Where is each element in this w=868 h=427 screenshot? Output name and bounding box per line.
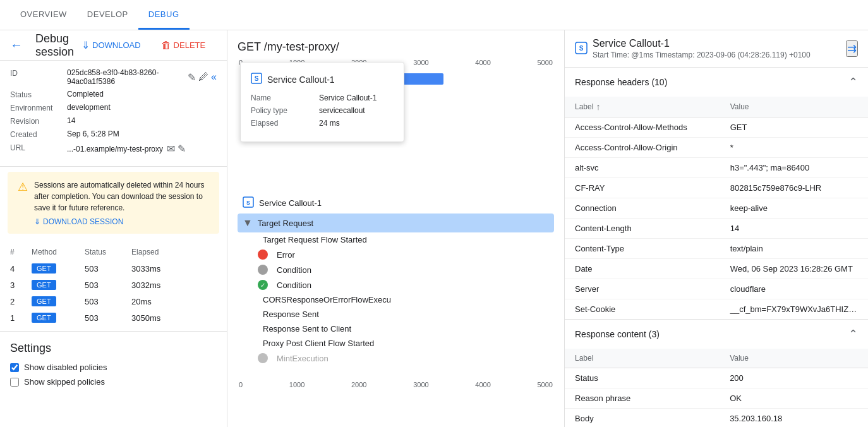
row-elapsed: 3050ms: [131, 313, 182, 323]
content-value: OK: [720, 388, 868, 409]
response-content-col-label: Label: [565, 349, 720, 368]
collapse-icon[interactable]: «: [211, 71, 217, 83]
url-value: ...-01.example/my-test-proxy: [67, 145, 163, 153]
revision-row: Revision 14: [10, 116, 217, 126]
download-button[interactable]: ⇓ DOWNLOAD: [74, 35, 148, 55]
tooltip-title-text: Service Callout-1: [267, 75, 335, 85]
sub-label-error: Error: [277, 250, 295, 260]
header-value: Wed, 06 Sep 2023 16:28:26 GMT: [720, 259, 868, 279]
header-value: __cf_bm=FX79xT9WXvJa6THIZlek5...: [720, 299, 868, 320]
response-content-title: Response content (3): [575, 329, 660, 339]
table-row[interactable]: 3 GET 503 3032ms: [10, 277, 217, 293]
back-button[interactable]: ←: [10, 38, 23, 52]
sub-flow-response-sent: Response Sent: [238, 307, 554, 322]
sub-label-proxy: Proxy Post Client Flow Started: [263, 339, 374, 348]
flow-section: S Service Callout-1 ▼ Target Request Tar…: [227, 188, 564, 371]
flow-item-callout[interactable]: S Service Callout-1: [238, 193, 554, 213]
response-content-row: Reason phrase OK: [565, 388, 868, 409]
tooltip-elapsed-value: 24 ms: [319, 119, 394, 128]
download-session-label: DOWNLOAD SESSION: [43, 217, 123, 226]
warning-content: Sessions are automatically deleted withi…: [34, 179, 209, 226]
delete-label: DELETE: [174, 40, 206, 50]
svg-text:S: S: [246, 200, 250, 206]
response-content-body: Status 200 Reason phrase OK Body 35.203.…: [565, 368, 868, 428]
col-status: Status: [85, 248, 129, 256]
url-edit-icon[interactable]: ✎: [178, 143, 186, 155]
response-header-row: Server cloudflare: [565, 279, 868, 299]
header-label: Connection: [565, 198, 720, 219]
response-content-header[interactable]: Response content (3) ⌃: [565, 320, 868, 349]
callout-flow-label: Service Callout-1: [259, 198, 322, 208]
bar-selected: [399, 73, 443, 85]
error-dot-icon: [258, 250, 268, 260]
condition1-dot-icon: [258, 265, 268, 275]
tab-debug[interactable]: DEBUG: [138, 1, 190, 30]
table-rows: 4 GET 503 3033ms 3 GET 503 3032ms 2 GET …: [10, 260, 217, 326]
table-row[interactable]: 4 GET 503 3033ms: [10, 260, 217, 277]
sub-label-started: Target Request Flow Started: [263, 235, 367, 244]
trash-icon: 🗑: [161, 40, 171, 51]
warning-box: ⚠ Sessions are automatically deleted wit…: [8, 172, 219, 234]
disabled-policies-checkbox[interactable]: [10, 363, 19, 372]
download-icon: ⇓: [81, 39, 90, 51]
status-value: Completed: [67, 90, 217, 99]
main-layout: ← Debug session ⇓ DOWNLOAD 🗑 DELETE ID 0…: [0, 30, 868, 427]
delete-button[interactable]: 🗑 DELETE: [154, 36, 214, 55]
url-value-container: ...-01.example/my-test-proxy ✉ ✎: [67, 143, 186, 155]
environment-value: development: [67, 103, 217, 112]
row-method: GET: [32, 296, 82, 306]
col-num: #: [10, 248, 29, 256]
row-status: 503: [85, 280, 129, 290]
right-title-text: Service Callout-1: [593, 38, 811, 49]
table-row[interactable]: 1 GET 503 3050ms: [10, 310, 217, 326]
tooltip-title: S Service Callout-1: [251, 73, 394, 86]
row-method: GET: [32, 263, 82, 274]
id-value: 025dc858-e3f0-4b83-8260-94ac0a1f5386: [67, 68, 184, 86]
response-content-col-row: Label Value: [565, 349, 868, 368]
id-row: ID 025dc858-e3f0-4b83-8260-94ac0a1f5386 …: [10, 68, 217, 86]
row-num: 3: [10, 280, 29, 290]
sub-label-response: Response Sent: [263, 310, 319, 319]
header-label: Content-Length: [565, 219, 720, 239]
response-headers-col-row: Label ↑ Value: [565, 97, 868, 117]
created-value: Sep 6, 5:28 PM: [67, 129, 217, 138]
tab-overview[interactable]: OVERVIEW: [10, 1, 77, 30]
left-panel: ← Debug session ⇓ DOWNLOAD 🗑 DELETE ID 0…: [0, 30, 227, 427]
header-value: GET: [720, 117, 868, 138]
sub-label-condition2: Condition: [277, 280, 311, 290]
tooltip-callout-icon: S: [251, 73, 262, 86]
checkbox-skipped-policies: Show skipped policies: [10, 377, 217, 387]
url-icons: ✉ ✎: [167, 143, 186, 155]
row-elapsed: 3033ms: [131, 264, 182, 274]
row-num: 4: [10, 264, 29, 274]
svg-text:S: S: [255, 75, 259, 82]
flow-item-target[interactable]: ▼ Target Request: [238, 213, 554, 232]
response-headers-title: Response headers (10): [575, 77, 667, 87]
row-num: 2: [10, 297, 29, 306]
condition2-dot-icon: ✓: [258, 280, 268, 290]
response-content-section: Response content (3) ⌃ Label Value Statu…: [565, 320, 868, 427]
row-method: GET: [32, 313, 82, 323]
id-icons: ✎ 🖉 «: [188, 71, 217, 83]
settings-section: Settings Show disabled policies Show ski…: [0, 331, 227, 402]
sub-label-cors: CORSResponseOrErrorFlowExecu: [263, 295, 391, 304]
content-label: Status: [565, 368, 720, 388]
edit-icon[interactable]: 🖉: [198, 71, 208, 83]
right-subtitle: Start Time: @1ms Timestamp: 2023-09-06 (…: [593, 51, 811, 59]
right-title-text-container: Service Callout-1 Start Time: @1ms Times…: [593, 38, 811, 59]
table-row[interactable]: 2 GET 503 20ms: [10, 293, 217, 310]
copy-icon[interactable]: ✎: [188, 71, 196, 83]
download-session-link[interactable]: ⇓ DOWNLOAD SESSION: [34, 217, 209, 226]
tooltip-name-label: Name: [251, 93, 314, 102]
response-headers-header[interactable]: Response headers (10) ⌃: [565, 68, 868, 97]
tab-develop[interactable]: DEVELOP: [77, 1, 138, 30]
header-label: Content-Type: [565, 239, 720, 259]
settings-title: Settings: [10, 342, 217, 355]
header-label: Server: [565, 279, 720, 299]
expand-right-button[interactable]: ⇉: [846, 40, 858, 57]
skipped-policies-checkbox[interactable]: [10, 378, 19, 387]
sort-arrow-icon[interactable]: ↑: [596, 102, 600, 112]
response-header-row: Access-Control-Allow-Methods GET: [565, 117, 868, 138]
url-copy-icon[interactable]: ✉: [167, 143, 175, 155]
expand-target-icon[interactable]: ▼: [243, 217, 253, 229]
